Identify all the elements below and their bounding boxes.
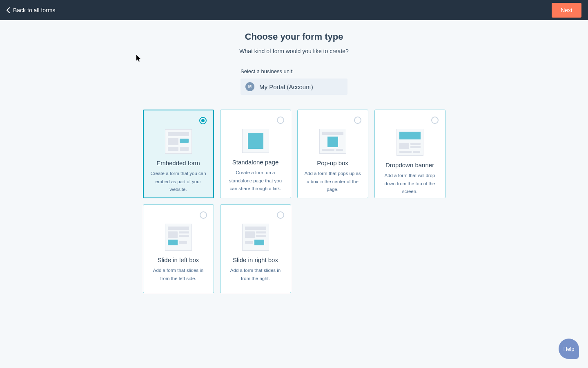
card-slide-left-box[interactable]: Slide in left box Add a form that slides…: [143, 204, 214, 293]
thumbnail-embedded-icon: [165, 129, 192, 154]
card-desc: Add a form that pops up as a box in the …: [303, 170, 363, 194]
card-desc: Create a form on a standalone page that …: [225, 169, 286, 193]
card-embedded-form[interactable]: Embedded form Create a form that you can…: [143, 110, 214, 198]
card-title: Slide in left box: [158, 256, 199, 263]
top-header: Back to all forms Next: [0, 0, 588, 20]
form-type-grid: Embedded form Create a form that you can…: [143, 110, 445, 293]
radio-icon: [200, 211, 207, 219]
thumbnail-standalone-icon: [242, 129, 269, 153]
card-desc: Add a form that will drop down from the …: [380, 172, 440, 196]
card-title: Slide in right box: [233, 256, 278, 263]
business-unit-section: Select a business unit: M My Portal (Acc…: [241, 68, 347, 95]
business-unit-selector[interactable]: M My Portal (Account): [241, 79, 347, 95]
card-title: Standalone page: [232, 159, 278, 166]
chevron-left-icon: [7, 7, 11, 13]
business-unit-label: Select a business unit:: [241, 68, 347, 74]
next-button[interactable]: Next: [552, 3, 581, 18]
card-title: Dropdown banner: [385, 162, 434, 168]
card-desc: Add a form that slides in from the left …: [148, 267, 209, 283]
business-unit-name: My Portal (Account): [259, 83, 313, 90]
card-desc: Add a form that slides in from the right…: [225, 267, 286, 283]
card-title: Pop-up box: [317, 159, 348, 166]
page-subtitle: What kind of form would you like to crea…: [239, 48, 349, 54]
card-title: Embedded form: [156, 159, 200, 166]
thumbnail-slideleft-icon: [165, 224, 192, 251]
card-popup-box[interactable]: Pop-up box Add a form that pops up as a …: [297, 110, 368, 198]
radio-icon: [431, 117, 439, 124]
radio-icon: [199, 117, 207, 124]
main-content: Choose your form type What kind of form …: [0, 20, 588, 293]
thumbnail-dropdown-icon: [396, 129, 423, 156]
card-slide-right-box[interactable]: Slide in right box Add a form that slide…: [220, 204, 291, 293]
back-label: Back to all forms: [13, 7, 55, 13]
back-button[interactable]: Back to all forms: [7, 7, 55, 13]
page-title: Choose your form type: [245, 31, 343, 42]
card-dropdown-banner[interactable]: Dropdown banner Add a form that will dro…: [374, 110, 445, 198]
business-unit-avatar: M: [245, 82, 254, 91]
card-desc: Create a form that you can embed as part…: [149, 170, 208, 194]
thumbnail-popup-icon: [319, 129, 346, 154]
radio-icon: [354, 117, 361, 124]
thumbnail-slideright-icon: [242, 224, 269, 251]
card-standalone-page[interactable]: Standalone page Create a form on a stand…: [220, 110, 291, 198]
radio-icon: [277, 117, 284, 124]
help-button[interactable]: Help: [559, 339, 579, 359]
radio-icon: [277, 211, 284, 219]
